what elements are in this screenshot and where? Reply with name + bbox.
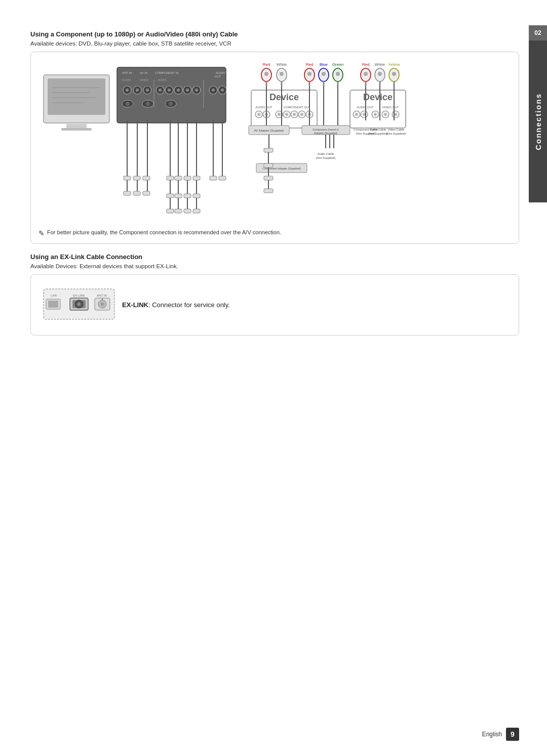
side-tab: Connections [529, 40, 547, 202]
svg-point-90 [293, 113, 296, 116]
svg-point-44 [169, 102, 173, 106]
svg-text:Blue: Blue [320, 62, 328, 67]
svg-point-104 [374, 113, 377, 116]
section1-subtitle: Available devices: DVD, Blu-ray player, … [30, 40, 519, 47]
svg-text:VIDEO: VIDEO [140, 78, 149, 81]
svg-rect-182 [193, 209, 200, 213]
chapter-number: 02 [529, 25, 547, 40]
svg-rect-154 [143, 176, 150, 180]
page-number: 9 [506, 728, 519, 741]
note-icon: ✎ [38, 229, 45, 237]
svg-point-106 [384, 113, 387, 116]
svg-point-196 [101, 303, 104, 306]
svg-text:LAN: LAN [51, 294, 57, 297]
section1-title: Using a Component (up to 1080p) or Audio… [30, 30, 519, 38]
exlink-label: EX-LINK [122, 301, 148, 309]
svg-rect-164 [124, 191, 131, 195]
svg-text:AV Adapter (Supplied): AV Adapter (Supplied) [254, 129, 284, 132]
svg-point-29 [177, 89, 180, 92]
svg-rect-153 [133, 176, 140, 180]
section2: Using an EX-Link Cable Connection Availa… [30, 253, 519, 335]
section2-subtitle: Available Devices: External devices that… [30, 263, 519, 269]
svg-point-25 [159, 89, 162, 92]
svg-rect-158 [193, 176, 200, 180]
svg-text:OUT: OUT [215, 75, 221, 78]
svg-rect-159 [210, 176, 217, 180]
svg-rect-8 [117, 67, 226, 123]
svg-text:ANT IN: ANT IN [97, 294, 107, 297]
svg-point-88 [286, 113, 288, 116]
svg-point-31 [186, 89, 189, 92]
svg-point-27 [168, 89, 171, 92]
svg-point-51 [280, 72, 284, 76]
main-content: Using a Component (up to 1080p) or Audio… [30, 30, 519, 726]
svg-rect-136 [264, 148, 273, 152]
svg-rect-138 [264, 163, 273, 167]
svg-text:White: White [375, 62, 385, 67]
svg-text:Device: Device [269, 92, 299, 102]
svg-text:Audio Cable: Audio Cable [370, 128, 386, 131]
svg-point-75 [392, 72, 396, 76]
svg-text:Device: Device [363, 92, 393, 102]
page-footer: English 9 [482, 728, 519, 741]
svg-point-92 [301, 113, 303, 116]
svg-text:AUDIO OUT: AUDIO OUT [255, 106, 272, 109]
svg-text:Component Sound in: Component Sound in [312, 128, 339, 131]
exlink-description: EX-LINK: Connector for service only. [122, 301, 230, 309]
svg-text:COMPONENT IN: COMPONENT IN [155, 71, 179, 74]
svg-rect-181 [184, 209, 191, 213]
svg-rect-171 [167, 194, 174, 198]
svg-text:VIDEO OUT: VIDEO OUT [382, 106, 399, 109]
svg-point-193 [78, 303, 80, 305]
svg-rect-156 [175, 176, 182, 180]
svg-point-60 [322, 72, 326, 76]
svg-rect-160 [219, 176, 226, 180]
svg-rect-180 [175, 209, 182, 213]
exlink-diagram-box: LAN EX-LINK ANT IN [30, 274, 519, 335]
svg-text:(Not Supplied): (Not Supplied) [316, 156, 335, 159]
svg-text:White: White [277, 62, 287, 67]
svg-text:AV IN: AV IN [140, 71, 147, 74]
svg-point-86 [278, 113, 281, 116]
svg-text:COMPONENT OUT: COMPONENT OUT [283, 106, 310, 109]
svg-text:Red: Red [306, 62, 314, 67]
svg-point-20 [136, 89, 139, 92]
svg-point-72 [378, 72, 382, 76]
svg-rect-2 [66, 124, 87, 128]
svg-text:AUDIO: AUDIO [158, 78, 167, 81]
svg-text:EX-LINK: EX-LINK [73, 294, 85, 297]
svg-rect-155 [167, 176, 174, 180]
svg-text:Adapter (Supplied): Adapter (Supplied) [314, 132, 337, 135]
svg-point-102 [363, 113, 366, 116]
section2-title: Using an EX-Link Cable Connection [30, 253, 519, 261]
component-note: ✎ For better picture quality, the Compon… [38, 229, 509, 237]
svg-text:Yellow: Yellow [388, 62, 400, 67]
chapter-title: Connections [534, 93, 542, 150]
svg-point-69 [364, 72, 368, 76]
svg-rect-174 [193, 194, 200, 198]
svg-rect-152 [124, 176, 131, 180]
language-label: English [482, 731, 502, 738]
exlink-desc-text: Connector for service only. [152, 301, 230, 309]
svg-rect-3 [61, 128, 92, 131]
svg-point-18 [126, 89, 129, 92]
svg-text:Green: Green [332, 62, 343, 67]
svg-point-40 [126, 102, 130, 106]
svg-rect-157 [184, 176, 191, 180]
svg-point-42 [146, 102, 150, 106]
svg-text:Red: Red [263, 62, 270, 67]
svg-rect-140 [264, 176, 273, 180]
svg-rect-142 [264, 189, 273, 193]
svg-point-57 [307, 72, 311, 76]
svg-rect-173 [184, 194, 191, 198]
svg-rect-1 [48, 78, 105, 115]
svg-text:Red: Red [362, 62, 370, 67]
svg-point-108 [395, 113, 397, 116]
component-diagram-box: ANT IN AV IN COMPONENT IN AUDIO OUT AUDI… [30, 52, 519, 244]
exlink-panel-illustration: LAN EX-LINK ANT IN [41, 284, 107, 326]
svg-text:AUDIO: AUDIO [216, 71, 225, 74]
svg-text:Audio Cable: Audio Cable [318, 152, 334, 155]
svg-text:ANT IN: ANT IN [122, 71, 132, 74]
svg-rect-179 [167, 209, 174, 213]
svg-text:(Not Supplied): (Not Supplied) [368, 132, 387, 135]
